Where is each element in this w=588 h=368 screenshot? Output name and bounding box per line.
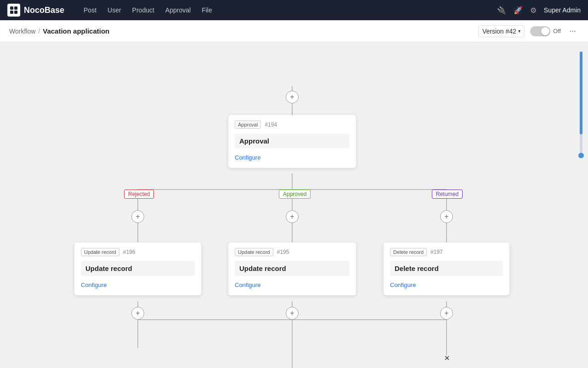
top-navigation: NocoBase Post User Product Approval File… xyxy=(0,0,588,20)
add-rejected-button[interactable]: + xyxy=(131,210,144,223)
configure-link[interactable]: Configure xyxy=(390,282,416,288)
svg-rect-2 xyxy=(10,11,13,14)
configure-link[interactable]: Configure xyxy=(235,282,260,288)
nav-user[interactable]: User xyxy=(103,4,126,17)
status-toggle[interactable] xyxy=(530,26,550,36)
scrollbar-thumb[interactable] xyxy=(580,52,582,134)
rocket-icon[interactable]: 🚀 xyxy=(514,6,523,15)
breadcrumb-bar: Workflow / Vacation application Version … xyxy=(0,20,588,42)
plugin-icon[interactable]: 🔌 xyxy=(497,6,506,15)
scrollbar-end xyxy=(578,153,584,158)
close-icon: × xyxy=(444,353,450,363)
node-title: Update record xyxy=(81,261,195,276)
add-bottom-right-button[interactable]: + xyxy=(440,307,453,320)
node-header: Update record #195 xyxy=(235,248,350,256)
breadcrumb-actions: Version #42 ▾ Off ··· xyxy=(478,24,579,38)
node-type-badge: Delete record xyxy=(390,248,427,256)
close-right-button[interactable]: × xyxy=(440,351,454,365)
nav-items: Post User Product Approval File xyxy=(79,4,486,17)
more-options-button[interactable]: ··· xyxy=(566,24,579,38)
approved-label: Approved xyxy=(279,190,311,199)
user-menu[interactable]: Super Admin xyxy=(544,6,581,14)
add-bottom-center-button[interactable]: + xyxy=(286,307,299,320)
update-record-195-card: Update record #195 Update record Configu… xyxy=(228,242,356,295)
delete-record-197-card: Delete record #197 Delete record Configu… xyxy=(384,242,509,295)
add-returned-button[interactable]: + xyxy=(440,210,453,223)
nav-right: 🔌 🚀 ⚙ Super Admin xyxy=(497,6,581,15)
toggle-container: Off xyxy=(530,26,561,36)
returned-label: Returned xyxy=(432,190,463,199)
breadcrumb: Workflow / Vacation application xyxy=(9,27,109,35)
configure-link[interactable]: Configure xyxy=(235,154,260,161)
svg-rect-1 xyxy=(14,6,17,10)
rejected-label: Rejected xyxy=(124,190,154,199)
svg-rect-0 xyxy=(10,6,13,10)
node-header: Approval #194 xyxy=(235,121,350,129)
nav-post[interactable]: Post xyxy=(79,4,101,17)
chevron-down-icon: ▾ xyxy=(518,29,520,34)
breadcrumb-parent[interactable]: Workflow xyxy=(9,28,35,35)
workflow-canvas: + Approval #194 Approval Configure Rejec… xyxy=(0,42,588,368)
node-type-badge: Update record xyxy=(81,248,119,256)
settings-icon[interactable]: ⚙ xyxy=(530,6,537,15)
toggle-knob xyxy=(541,27,549,35)
nav-file[interactable]: File xyxy=(197,4,217,17)
node-header: Update record #196 xyxy=(81,248,195,256)
configure-link[interactable]: Configure xyxy=(81,282,107,288)
breadcrumb-current: Vacation application xyxy=(43,27,109,35)
trigger-add-button[interactable]: + xyxy=(286,91,299,104)
node-title: Approval xyxy=(235,133,350,149)
node-type-badge: Update record xyxy=(235,248,273,256)
brand-name: NocoBase xyxy=(24,6,64,15)
nav-product[interactable]: Product xyxy=(128,4,159,17)
node-id: #195 xyxy=(277,249,289,255)
node-title: Update record xyxy=(235,261,350,276)
node-header: Delete record #197 xyxy=(390,248,503,256)
version-label: Version #42 xyxy=(482,28,516,35)
toggle-label: Off xyxy=(553,28,561,34)
svg-rect-3 xyxy=(14,11,17,14)
approval-node-card: Approval #194 Approval Configure xyxy=(228,115,356,168)
version-selector[interactable]: Version #42 ▾ xyxy=(478,25,525,37)
logo-icon xyxy=(7,4,20,17)
node-id: #194 xyxy=(265,121,277,128)
nav-approval[interactable]: Approval xyxy=(161,4,195,17)
node-title: Delete record xyxy=(390,261,503,276)
node-type-badge: Approval xyxy=(235,121,261,129)
scrollbar-track xyxy=(580,52,582,153)
breadcrumb-separator: / xyxy=(38,28,40,35)
add-approved-button[interactable]: + xyxy=(286,210,299,223)
node-id: #197 xyxy=(430,249,443,255)
logo[interactable]: NocoBase xyxy=(7,4,64,17)
node-id: #196 xyxy=(123,249,136,255)
add-bottom-left-button[interactable]: + xyxy=(131,307,144,320)
update-record-196-card: Update record #196 Update record Configu… xyxy=(74,242,201,295)
